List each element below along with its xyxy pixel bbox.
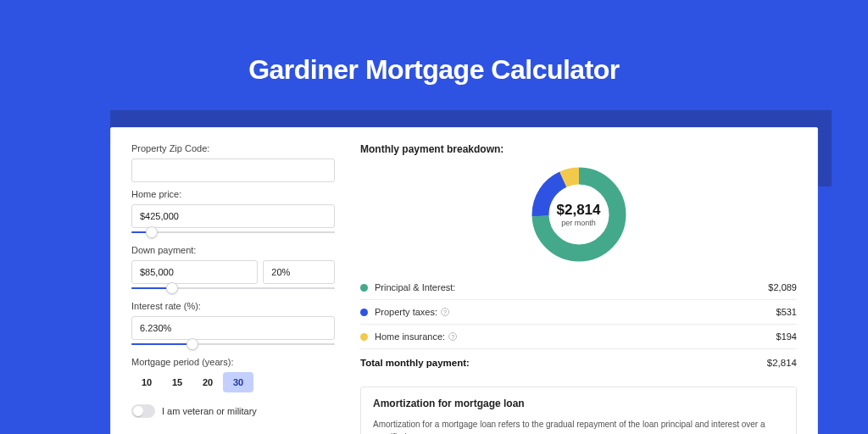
donut-sublabel: per month bbox=[557, 219, 601, 227]
info-icon[interactable]: ? bbox=[441, 308, 449, 316]
legend-label: Principal & Interest: bbox=[375, 282, 768, 292]
interest-rate-input[interactable] bbox=[131, 316, 335, 340]
period-option-10[interactable]: 10 bbox=[131, 372, 162, 392]
legend-row: Home insurance:?$194 bbox=[360, 325, 797, 349]
period-options: 10152030 bbox=[131, 372, 335, 392]
inputs-panel: Property Zip Code: Home price: Down paym… bbox=[131, 143, 335, 434]
period-option-30[interactable]: 30 bbox=[223, 372, 253, 392]
slider-thumb-icon[interactable] bbox=[186, 338, 198, 350]
veteran-toggle[interactable] bbox=[131, 404, 155, 418]
interest-rate-label: Interest rate (%): bbox=[131, 301, 335, 311]
total-label: Total monthly payment: bbox=[360, 358, 767, 368]
legend-label: Property taxes:? bbox=[375, 307, 776, 317]
down-payment-pct-input[interactable] bbox=[263, 260, 335, 284]
calculator-card: Property Zip Code: Home price: Down paym… bbox=[110, 127, 818, 434]
down-payment-label: Down payment: bbox=[131, 245, 335, 255]
home-price-label: Home price: bbox=[131, 189, 335, 199]
amortization-title: Amortization for mortgage loan bbox=[373, 398, 784, 409]
home-price-input[interactable] bbox=[131, 204, 335, 228]
legend-value: $2,089 bbox=[768, 282, 797, 292]
info-icon[interactable]: ? bbox=[448, 332, 457, 341]
zip-label: Property Zip Code: bbox=[131, 143, 335, 153]
amortization-text: Amortization for a mortgage loan refers … bbox=[373, 418, 784, 434]
payment-donut-chart: $2,814 per month bbox=[528, 164, 630, 265]
amortization-section: Amortization for mortgage loan Amortizat… bbox=[360, 387, 797, 434]
legend-dot-icon bbox=[360, 284, 368, 292]
zip-input[interactable] bbox=[131, 159, 335, 182]
donut-amount: $2,814 bbox=[557, 202, 601, 219]
home-price-slider[interactable] bbox=[131, 226, 335, 238]
breakdown-panel: Monthly payment breakdown: $2,814 per mo… bbox=[360, 143, 797, 434]
breakdown-title: Monthly payment breakdown: bbox=[360, 143, 797, 155]
total-row: Total monthly payment: $2,814 bbox=[360, 349, 797, 376]
veteran-label: I am veteran or military bbox=[162, 406, 257, 416]
legend-label: Home insurance:? bbox=[375, 331, 776, 342]
slider-thumb-icon[interactable] bbox=[166, 282, 178, 294]
legend-dot-icon bbox=[360, 309, 368, 316]
breakdown-legend: Principal & Interest:$2,089Property taxe… bbox=[360, 275, 797, 349]
interest-rate-slider[interactable] bbox=[131, 338, 335, 350]
period-label: Mortgage period (years): bbox=[131, 357, 335, 367]
legend-row: Principal & Interest:$2,089 bbox=[360, 275, 797, 300]
slider-thumb-icon[interactable] bbox=[146, 226, 158, 238]
legend-dot-icon bbox=[360, 333, 368, 341]
period-option-15[interactable]: 15 bbox=[162, 372, 192, 392]
total-value: $2,814 bbox=[767, 358, 797, 368]
down-payment-slider[interactable] bbox=[131, 282, 335, 294]
legend-value: $194 bbox=[776, 331, 797, 342]
down-payment-input[interactable] bbox=[131, 260, 258, 284]
page-title: Gardiner Mortgage Calculator bbox=[0, 0, 868, 86]
period-option-20[interactable]: 20 bbox=[192, 372, 223, 392]
legend-value: $531 bbox=[776, 307, 797, 317]
legend-row: Property taxes:?$531 bbox=[360, 300, 797, 325]
